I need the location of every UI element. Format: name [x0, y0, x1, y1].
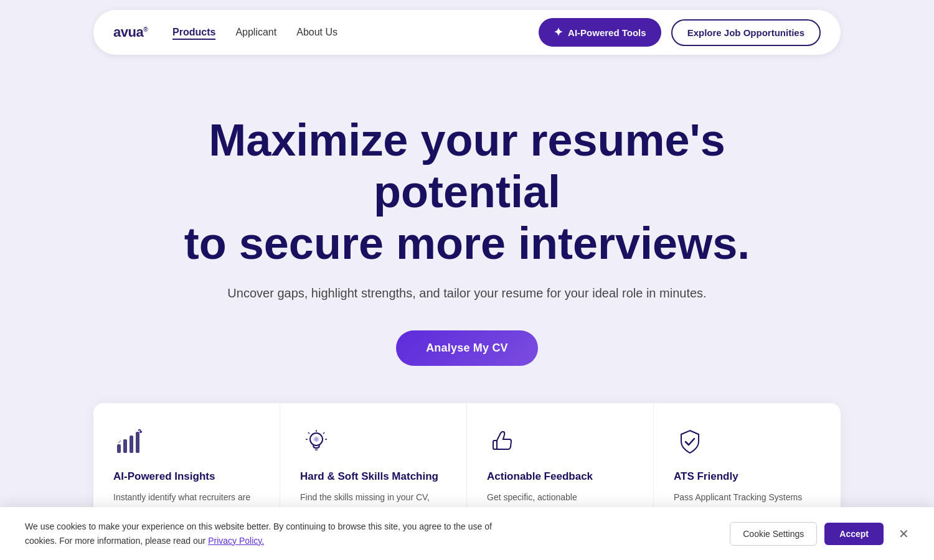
navbar-right: ✦ AI-Powered Tools Explore Job Opportuni… [539, 18, 821, 47]
nav-link-products[interactable]: Products [172, 27, 215, 40]
lightbulb-icon [300, 426, 333, 458]
ai-powered-tools-button[interactable]: ✦ AI-Powered Tools [539, 18, 661, 47]
svg-point-15 [314, 437, 318, 441]
navbar: avua® Products Applicant About Us ✦ AI-P… [93, 10, 841, 55]
sparkle-icon: ✦ [554, 26, 563, 39]
hero-heading-line2: to secure more interviews. [184, 218, 750, 268]
cookie-accept-button[interactable]: Accept [824, 523, 884, 545]
feature-title-skills: Hard & Soft Skills Matching [300, 470, 446, 483]
logo[interactable]: avua® [113, 24, 148, 40]
hero-section: Maximize your resume's potential to secu… [0, 65, 934, 403]
feature-title-ats: ATS Friendly [674, 470, 821, 483]
svg-line-5 [118, 441, 121, 443]
navbar-left: avua® Products Applicant About Us [113, 24, 337, 40]
cookie-close-button[interactable]: ✕ [899, 526, 909, 541]
nav-item-products[interactable]: Products [172, 27, 215, 38]
brand-trademark: ® [143, 26, 148, 33]
privacy-policy-link[interactable]: Privacy Policy. [208, 536, 264, 546]
nav-link-applicant[interactable]: Applicant [235, 27, 276, 37]
svg-rect-16 [493, 441, 497, 449]
shield-check-icon [674, 426, 706, 458]
cookie-banner: We use cookies to make your experience o… [0, 507, 934, 560]
svg-rect-1 [123, 439, 127, 453]
nav-link-about[interactable]: About Us [296, 27, 337, 37]
hero-heading: Maximize your resume's potential to secu… [125, 114, 809, 269]
hero-subtext: Uncover gaps, highlight strengths, and t… [12, 286, 922, 301]
cookie-actions: Cookie Settings Accept ✕ [730, 522, 909, 546]
ai-tools-label: AI-Powered Tools [568, 27, 646, 38]
nav-item-about[interactable]: About Us [296, 27, 337, 38]
thumbsup-icon [487, 426, 519, 458]
hero-heading-line1: Maximize your resume's potential [209, 115, 725, 217]
svg-point-4 [139, 431, 142, 433]
cookie-text: We use cookies to make your experience o… [25, 520, 523, 548]
cookie-settings-button[interactable]: Cookie Settings [730, 522, 817, 546]
svg-line-10 [308, 432, 309, 434]
bar-ai-icon [113, 426, 146, 458]
feature-title-feedback: Actionable Feedback [487, 470, 633, 483]
svg-rect-2 [130, 436, 133, 453]
svg-rect-0 [117, 444, 121, 453]
feature-title-ai-insights: AI-Powered Insights [113, 470, 260, 483]
explore-jobs-button[interactable]: Explore Job Opportunities [671, 19, 821, 46]
svg-line-11 [323, 432, 324, 434]
svg-rect-3 [136, 432, 139, 453]
brand-name: avua [113, 24, 143, 40]
nav-item-applicant[interactable]: Applicant [235, 27, 276, 38]
analyse-cv-button[interactable]: Analyse My CV [396, 330, 538, 366]
nav-links: Products Applicant About Us [172, 27, 337, 38]
